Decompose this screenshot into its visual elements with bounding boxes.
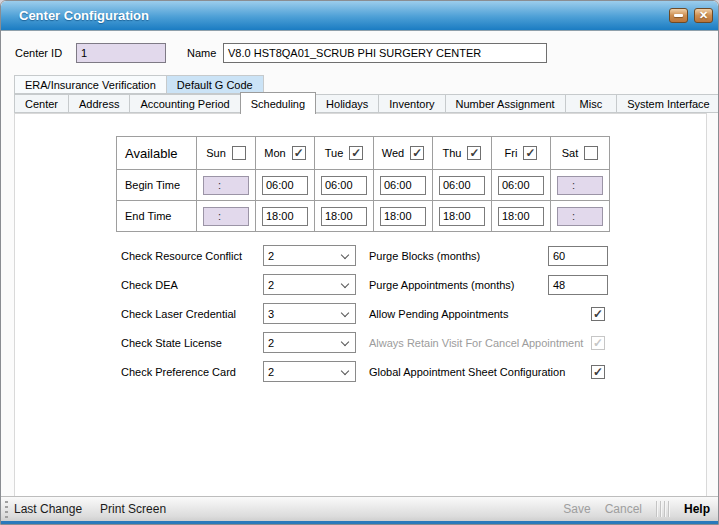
name-label: Name — [187, 47, 216, 59]
toolbar-separator-grip-icon — [656, 501, 670, 517]
purge-blocks-label: Purge Blocks (months) — [369, 250, 548, 262]
check-resource-conflict-label: Check Resource Conflict — [121, 250, 263, 262]
tab-system-interface[interactable]: System Interface — [616, 94, 719, 113]
center-configuration-dialog: Center Configuration ✕ Center ID 1 Name … — [0, 0, 719, 525]
mon-begin-time-field[interactable]: 06:00 — [262, 176, 308, 195]
save-button: Save — [563, 502, 590, 516]
day-header-sat: Sat — [551, 137, 610, 170]
secondary-tab-strip: ERA/Insurance Verification Default G Cod… — [14, 75, 263, 94]
chevron-down-icon — [341, 338, 349, 346]
wed-end-time-field[interactable]: 18:00 — [380, 207, 426, 226]
day-header-mon: Mon — [256, 137, 315, 170]
fri-begin-time-field[interactable]: 06:00 — [498, 176, 544, 195]
mon-end-time-field[interactable]: 18:00 — [262, 207, 308, 226]
tab-address[interactable]: Address — [68, 94, 130, 113]
day-header-wed: Wed — [374, 137, 433, 170]
chevron-down-icon — [341, 309, 349, 317]
thu-available-checkbox[interactable] — [467, 146, 481, 160]
sun-available-checkbox[interactable] — [232, 146, 246, 160]
chevron-down-icon — [341, 280, 349, 288]
check-dea-dropdown[interactable]: 2 — [263, 274, 356, 295]
chevron-down-icon — [341, 251, 349, 259]
title-bar[interactable]: Center Configuration ✕ — [1, 1, 718, 31]
tab-inventory[interactable]: Inventory — [378, 94, 445, 113]
check-state-license-label: Check State License — [121, 337, 263, 349]
tab-scheduling[interactable]: Scheduling — [240, 92, 316, 114]
available-header: Available — [117, 137, 197, 170]
fri-available-checkbox[interactable] — [523, 146, 537, 160]
thu-end-time-field[interactable]: 18:00 — [439, 207, 485, 226]
check-dea-label: Check DEA — [121, 279, 263, 291]
check-state-license-row: Check State License 2 — [121, 328, 356, 357]
global-appointment-sheet-checkbox[interactable] — [591, 365, 605, 379]
check-laser-credential-dropdown[interactable]: 3 — [263, 303, 356, 324]
cancel-button: Cancel — [605, 502, 642, 516]
tue-available-checkbox[interactable] — [349, 146, 363, 160]
day-header-thu: Thu — [433, 137, 492, 170]
purge-appointments-label: Purge Appointments (months) — [369, 279, 548, 291]
sun-begin-time-field: : — [203, 176, 249, 195]
wed-available-checkbox[interactable] — [410, 146, 424, 160]
purge-appointments-field[interactable]: 48 — [548, 275, 608, 295]
purge-settings-column: Purge Blocks (months) 60 Purge Appointme… — [369, 241, 608, 386]
availability-table: Available Sun Mon Tue Wed Thu Fri Sat — [116, 136, 610, 232]
check-settings-column: Check Resource Conflict 2 Check DEA 2 Ch… — [121, 241, 356, 386]
tue-begin-time-field[interactable]: 06:00 — [321, 176, 367, 195]
check-preference-card-label: Check Preference Card — [121, 366, 263, 378]
tab-number-assignment[interactable]: Number Assignment — [445, 94, 566, 113]
thu-begin-time-field[interactable]: 06:00 — [439, 176, 485, 195]
sat-begin-time-field: : — [557, 176, 603, 195]
center-id-field[interactable]: 1 — [76, 43, 166, 63]
allow-pending-appointments-row: Allow Pending Appointments — [369, 299, 608, 328]
purge-blocks-row: Purge Blocks (months) 60 — [369, 241, 608, 270]
check-dea-row: Check DEA 2 — [121, 270, 356, 299]
print-screen-button[interactable]: Print Screen — [100, 502, 166, 516]
bottom-toolbar: Last Change Print Screen Save Cancel Hel… — [1, 496, 718, 521]
minimize-icon — [674, 14, 683, 17]
main-tab-strip: Center Address Accounting Period Schedul… — [14, 94, 719, 114]
tab-misc[interactable]: Misc — [565, 94, 618, 113]
day-header-sun: Sun — [197, 137, 256, 170]
allow-pending-appointments-label: Allow Pending Appointments — [369, 308, 591, 320]
mon-available-checkbox[interactable] — [292, 146, 306, 160]
day-header-tue: Tue — [315, 137, 374, 170]
tab-center[interactable]: Center — [14, 94, 69, 113]
center-id-value: 1 — [81, 47, 87, 59]
check-preference-card-dropdown[interactable]: 2 — [263, 361, 356, 382]
check-preference-card-row: Check Preference Card 2 — [121, 357, 356, 386]
check-resource-conflict-dropdown[interactable]: 2 — [263, 245, 356, 266]
minimize-button[interactable] — [669, 8, 688, 23]
allow-pending-appointments-checkbox[interactable] — [591, 307, 605, 321]
begin-time-label: Begin Time — [117, 170, 197, 201]
tab-accounting-period[interactable]: Accounting Period — [129, 94, 240, 113]
tab-era-insurance-verification[interactable]: ERA/Insurance Verification — [14, 75, 167, 94]
tab-holidays[interactable]: Holidays — [315, 94, 379, 113]
day-header-fri: Fri — [492, 137, 551, 170]
always-retain-visit-checkbox — [591, 336, 605, 350]
fri-end-time-field[interactable]: 18:00 — [498, 207, 544, 226]
sat-available-checkbox[interactable] — [584, 146, 598, 160]
wed-begin-time-field[interactable]: 06:00 — [380, 176, 426, 195]
window-bottom-border — [1, 521, 718, 524]
always-retain-visit-label: Always Retain Visit For Cancel Appointme… — [369, 337, 591, 349]
always-retain-visit-row: Always Retain Visit For Cancel Appointme… — [369, 328, 608, 357]
sat-end-time-field: : — [557, 207, 603, 226]
check-state-license-dropdown[interactable]: 2 — [263, 332, 356, 353]
chevron-down-icon — [341, 367, 349, 375]
close-button[interactable]: ✕ — [694, 8, 713, 23]
end-time-label: End Time — [117, 201, 197, 232]
purge-appointments-row: Purge Appointments (months) 48 — [369, 270, 608, 299]
check-laser-credential-label: Check Laser Credential — [121, 308, 263, 320]
name-value: V8.0 HST8QA01_SCRUB PHI SURGERY CENTER — [228, 47, 481, 59]
help-button[interactable]: Help — [684, 502, 710, 516]
last-change-button[interactable]: Last Change — [14, 502, 82, 516]
name-field[interactable]: V8.0 HST8QA01_SCRUB PHI SURGERY CENTER — [223, 43, 547, 63]
global-appointment-sheet-label: Global Appointment Sheet Configuration — [369, 366, 591, 378]
global-appointment-sheet-row: Global Appointment Sheet Configuration — [369, 357, 608, 386]
purge-blocks-field[interactable]: 60 — [548, 246, 608, 266]
toolbar-grip-icon[interactable] — [5, 501, 8, 518]
tue-end-time-field[interactable]: 18:00 — [321, 207, 367, 226]
check-resource-conflict-row: Check Resource Conflict 2 — [121, 241, 356, 270]
sun-end-time-field: : — [203, 207, 249, 226]
window-title: Center Configuration — [19, 8, 149, 23]
